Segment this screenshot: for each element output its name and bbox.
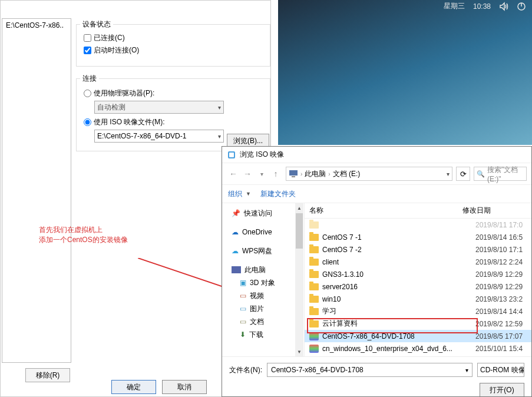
scroll-down-button[interactable]: ▼ (295, 347, 303, 356)
toolbar: 组织 ▼ 新建文件夹 (222, 184, 531, 203)
app-icon (227, 150, 236, 160)
tree-label: OneDrive (242, 228, 272, 236)
clock-label: 10:38 (473, 2, 491, 11)
col-name-header[interactable]: 名称 (309, 206, 462, 216)
back-button[interactable]: ← (227, 167, 240, 180)
device-list-item[interactable]: E:\CentOS-7-x86.. (2, 19, 71, 32)
file-name: win10 (322, 295, 472, 303)
use-physical-radio[interactable] (84, 90, 91, 97)
use-iso-radio-row[interactable]: 使用 ISO 映像文件(M): (84, 117, 263, 127)
col-date-header[interactable]: 修改日期 (462, 206, 491, 216)
chevron-down-icon[interactable]: ▾ (218, 133, 221, 140)
device-status-group: 设备状态 已连接(C) 启动时连接(O) (76, 24, 270, 67)
file-date: 2019/8/11 17:0 (475, 221, 523, 229)
iso-path-dropdown[interactable]: E:\CentOS-7-x86_64-DVD-1 ▾ (94, 130, 224, 143)
file-name-combobox[interactable]: CentOS-7-x86_64-DVD-1708 ▾ (267, 363, 472, 377)
list-item[interactable]: client2019/8/12 2:24 (305, 256, 531, 268)
tree-this-pc[interactable]: 此电脑 (222, 263, 304, 276)
file-name: GNS3-1.3.10 (322, 270, 472, 279)
connected-checkbox[interactable] (84, 34, 91, 42)
list-item[interactable]: CentOS 7 -22019/8/10 17:1 (305, 243, 531, 256)
dialog-bottom: 文件名(N): CentOS-7-x86_64-DVD-1708 ▾ CD-RO… (222, 356, 531, 397)
weekday-label: 星期三 (444, 1, 465, 11)
dialog-titlebar: 浏览 ISO 映像 (222, 147, 531, 163)
file-name-value: CentOS-7-x86_64-DVD-1708 (271, 366, 364, 374)
chevron-down-icon[interactable]: ▾ (465, 367, 468, 373)
scroll-up-button[interactable]: ▲ (295, 203, 303, 213)
tree-onedrive[interactable]: ☁OneDrive (222, 226, 304, 239)
list-item[interactable]: 云计算资料2019/8/2 12:59 (305, 317, 531, 330)
physical-drive-dropdown: 自动检测 ▾ (94, 101, 224, 114)
file-type-filter[interactable]: CD-ROM 映像 (477, 363, 524, 377)
scroll-thumb[interactable] (296, 213, 303, 249)
image-icon: ▭ (240, 305, 246, 313)
connected-label: 已连接(C) (94, 33, 125, 43)
breadcrumb-item[interactable]: 文档 (E:) (333, 169, 361, 179)
folder-icon (309, 259, 319, 266)
file-name: CentOS-7-x86_64-DVD-1708 (322, 332, 472, 340)
svg-rect-4 (229, 153, 234, 157)
device-list: E:\CentOS-7-x86.. (2, 18, 71, 363)
dialog-button-row: 打开(O) (229, 383, 524, 397)
folder-icon (309, 221, 319, 229)
connected-checkbox-row[interactable]: 已连接(C) (84, 33, 263, 43)
file-date: 2019/8/14 16:5 (475, 233, 523, 241)
tree-quick-access[interactable]: 📌快速访问 (222, 207, 304, 220)
file-date: 2019/8/2 12:59 (475, 320, 523, 328)
list-item[interactable]: CentOS-7-x86_64-DVD-17082019/8/5 17:07 (305, 330, 531, 342)
group-title: 连接 (80, 74, 99, 84)
annotation-line: 首先我们在虚拟机上 (39, 225, 128, 235)
search-input[interactable]: 🔍 搜索"文档 (E:)" (474, 167, 527, 181)
file-date: 2019/8/14 14:4 (475, 307, 523, 316)
iso-icon (309, 345, 319, 353)
list-item[interactable]: win102019/8/13 23:2 (305, 293, 531, 305)
list-item[interactable]: cn_windows_10_enterprise_x04_dvd_6...201… (305, 342, 531, 355)
remove-button[interactable]: 移除(R) (25, 368, 70, 382)
list-item[interactable]: 学习2019/8/14 14:4 (305, 305, 531, 317)
list-item[interactable]: 2019/8/11 17:0 (305, 219, 531, 231)
folder-icon (309, 283, 319, 290)
dialog-title: 浏览 ISO 映像 (240, 150, 284, 160)
cancel-button[interactable]: 取消 (162, 380, 207, 394)
list-item[interactable]: GNS3-1.3.102019/8/9 12:29 (305, 268, 531, 280)
tree-wps[interactable]: ☁WPS网盘 (222, 244, 304, 257)
tree-videos[interactable]: ▭视频 (222, 289, 304, 302)
up-button[interactable]: ↑ (269, 167, 282, 180)
chevron-down-icon[interactable]: ▾ (447, 171, 450, 177)
organize-menu[interactable]: 组织 (228, 189, 242, 199)
tree-documents[interactable]: ▭文档 (222, 315, 304, 328)
connect-on-power-checkbox[interactable] (84, 47, 91, 54)
open-button[interactable]: 打开(O) (480, 383, 524, 397)
recent-locations-button[interactable]: ▾ (255, 167, 268, 180)
tree-scrollbar[interactable]: ▲ ▼ (295, 203, 303, 356)
breadcrumb-bar[interactable]: › 此电脑 › 文档 (E:) ▾ (286, 167, 452, 181)
folder-icon (309, 246, 319, 253)
iso-icon (309, 332, 319, 340)
list-item[interactable]: CentOS 7 -12019/8/14 16:5 (305, 231, 531, 243)
svg-rect-6 (292, 176, 295, 177)
annotation-text: 首先我们在虚拟机上 添加一个CentOS的安装镜像 (39, 225, 128, 245)
chevron-down-icon[interactable]: ▼ (246, 191, 251, 197)
guest-desktop-preview: 星期三 10:38 (278, 0, 532, 145)
use-physical-radio-row[interactable]: 使用物理驱动器(P): (84, 88, 263, 98)
connect-on-power-label: 启动时连接(O) (94, 45, 139, 55)
breadcrumb-item[interactable]: 此电脑 (305, 169, 326, 179)
tree-downloads[interactable]: ⬇下载 (222, 328, 304, 341)
list-item[interactable]: server20162019/8/9 12:29 (305, 280, 531, 293)
file-name: CentOS 7 -2 (322, 246, 472, 254)
connect-on-power-row[interactable]: 启动时连接(O) (84, 45, 263, 55)
use-iso-label: 使用 ISO 映像文件(M): (94, 117, 165, 127)
video-icon: ▭ (240, 292, 246, 300)
tree-3d-objects[interactable]: ▣3D 对象 (222, 276, 304, 289)
refresh-button[interactable]: ⟳ (456, 167, 470, 181)
cube-icon: ▣ (240, 279, 246, 287)
folder-icon (309, 271, 319, 278)
new-folder-button[interactable]: 新建文件夹 (260, 189, 296, 199)
svg-rect-5 (289, 170, 298, 176)
ok-button[interactable]: 确定 (111, 380, 156, 394)
use-iso-radio[interactable] (84, 118, 91, 126)
download-icon: ⬇ (240, 330, 246, 339)
tree-pictures[interactable]: ▭图片 (222, 302, 304, 315)
forward-button[interactable]: → (241, 167, 254, 180)
file-date: 2019/8/13 23:2 (475, 295, 523, 303)
